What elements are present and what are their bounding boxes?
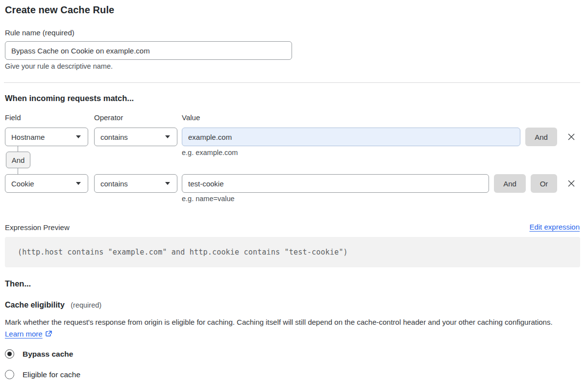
rule-name-label: Rule name (required) <box>5 28 74 37</box>
description-text: Mark whether the request's response from… <box>5 318 553 326</box>
radio-dot <box>7 352 12 356</box>
rule-name-input[interactable] <box>5 41 292 60</box>
logic-connector-and-chip[interactable]: And <box>6 152 30 168</box>
cache-eligibility-description: Mark whether the request's response from… <box>5 316 573 341</box>
learn-more-link[interactable]: Learn more <box>5 330 43 338</box>
cache-eligibility-heading-row: Cache eligibility (required) <box>5 301 101 310</box>
column-label-value: Value <box>182 113 200 122</box>
section-divider <box>4 82 580 83</box>
row1-operator-selected-value: contains <box>100 133 128 141</box>
chevron-down-icon <box>76 182 81 185</box>
row2-remove-button[interactable] <box>564 177 578 190</box>
row1-and-button[interactable]: And <box>525 128 557 146</box>
expression-code: (http.host contains "example.com" and ht… <box>18 248 348 257</box>
row2-operator-select[interactable]: contains <box>94 174 177 193</box>
edit-expression-link[interactable]: Edit expression <box>529 223 580 231</box>
row2-value-helper: e.g. name=value <box>182 195 235 203</box>
expression-preview-label: Expression Preview <box>5 223 70 232</box>
row2-and-button[interactable]: And <box>494 174 526 193</box>
radio-option-eligible-for-cache[interactable]: Eligible for cache <box>5 370 80 379</box>
chevron-down-icon <box>165 182 170 185</box>
row1-operator-select[interactable]: contains <box>94 128 177 146</box>
radio-selected-icon[interactable] <box>5 349 14 359</box>
external-link-icon <box>45 329 52 341</box>
row2-field-selected-value: Cookie <box>11 180 34 188</box>
row2-field-select[interactable]: Cookie <box>5 174 88 193</box>
column-label-field: Field <box>5 113 21 122</box>
chevron-down-icon <box>165 135 170 138</box>
close-icon <box>566 132 576 142</box>
radio-option-bypass-cache[interactable]: Bypass cache <box>5 349 73 359</box>
rule-name-helper: Give your rule a descriptive name. <box>5 62 113 70</box>
then-heading: Then... <box>5 279 31 288</box>
row1-value-helper: e.g. example.com <box>182 149 238 156</box>
required-note: (required) <box>71 301 101 309</box>
row2-or-button[interactable]: Or <box>531 174 557 193</box>
expression-code-block: (http.host contains "example.com" and ht… <box>5 237 580 267</box>
row1-remove-button[interactable] <box>564 130 578 144</box>
connector-line-bottom <box>18 168 18 174</box>
radio-label-bypass-cache: Bypass cache <box>23 350 73 359</box>
row1-field-select[interactable]: Hostname <box>5 128 88 146</box>
match-heading: When incoming requests match... <box>5 94 134 103</box>
connector-line-top <box>18 146 18 152</box>
radio-label-eligible-for-cache: Eligible for cache <box>23 370 80 379</box>
create-cache-rule-page: Create new Cache Rule Rule name (require… <box>0 0 588 389</box>
cache-eligibility-heading: Cache eligibility <box>5 301 65 309</box>
close-icon <box>566 179 576 188</box>
page-title: Create new Cache Rule <box>5 4 114 16</box>
chevron-down-icon <box>76 135 81 138</box>
row1-field-selected-value: Hostname <box>11 133 45 141</box>
row1-value-input[interactable] <box>182 128 520 146</box>
radio-unselected-icon[interactable] <box>5 370 14 379</box>
column-label-operator: Operator <box>94 113 123 122</box>
row2-value-input[interactable] <box>182 174 489 193</box>
row2-operator-selected-value: contains <box>100 180 128 188</box>
